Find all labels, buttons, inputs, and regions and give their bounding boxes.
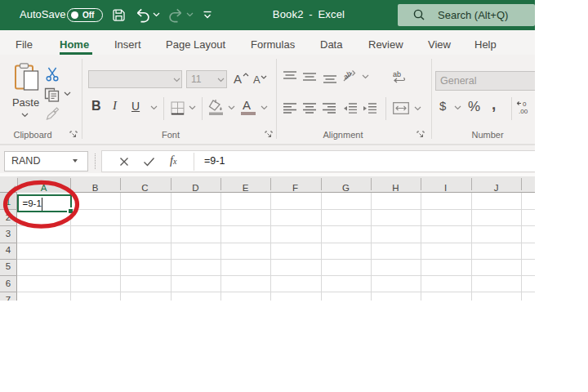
svg-text:.00: .00 [519, 108, 528, 115]
svg-text:ab: ab [393, 70, 401, 78]
svg-text:ab: ab [342, 69, 353, 81]
